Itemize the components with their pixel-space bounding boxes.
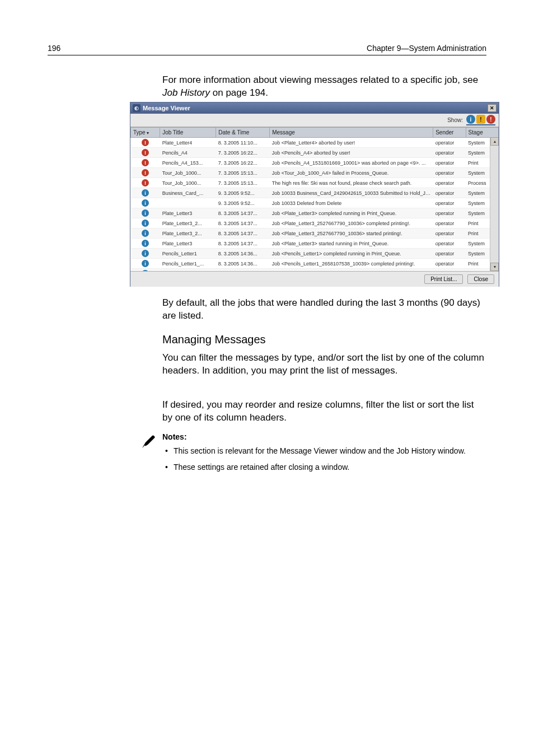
row-date: 7. 3.2005 15:13... [216, 178, 270, 188]
row-job: Pencils_Letter1 ... [160, 269, 216, 272]
table-row[interactable]: !Pencils_A4_153...7. 3.2005 16:22...Job … [131, 158, 499, 168]
table-row[interactable]: iPlate_Letter38. 3.2005 14:37...Job <Pla… [131, 208, 499, 218]
row-type-icon: i [131, 269, 160, 272]
print-list-button[interactable]: Print List... [424, 274, 463, 284]
row-sender: operator [433, 178, 466, 188]
row-type-icon: i [131, 249, 160, 259]
filter-warning-icon[interactable]: ! [476, 115, 485, 124]
app-icon: ◐ [133, 104, 140, 112]
row-job: Plate_Letter3_2... [160, 218, 216, 228]
row-sender: operator [433, 148, 466, 158]
message-viewer-window: ◐ Message Viewer ✕ Show: i ! ! Type Job … [130, 102, 499, 287]
col-header-message[interactable]: Message [270, 128, 433, 138]
header-rule [48, 55, 486, 55]
close-button[interactable]: Close [467, 274, 494, 284]
row-message: Job <Plate_Letter3_2527667790_10036> sta… [270, 228, 433, 239]
row-type-icon: ! [131, 178, 160, 188]
section-heading: Managing Messages [162, 333, 266, 346]
row-date: 8. 3.2005 14:37... [216, 218, 270, 228]
row-type-icon: i [131, 228, 160, 239]
filter-info-icon[interactable]: i [466, 115, 475, 124]
row-message: Job <Pencils_A4_1531801669_10001> was ab… [270, 158, 433, 168]
row-type-icon: i [131, 218, 160, 228]
row-date: 8. 3.2005 14:37... [216, 208, 270, 218]
note-pen-icon [140, 432, 158, 452]
row-job: Pencils_Letter1_... [160, 259, 216, 269]
scroll-down-icon[interactable]: ▾ [490, 263, 499, 271]
row-job: Plate_Letter3_2... [160, 228, 216, 239]
intro-text-b: on page 194. [210, 87, 268, 98]
table-row[interactable]: iPencils_Letter18. 3.2005 14:36...Job <P… [131, 249, 499, 259]
row-job: Business_Card_... [160, 188, 216, 198]
row-sender: operator [433, 188, 466, 198]
titlebar: ◐ Message Viewer ✕ [130, 102, 499, 114]
row-type-icon: ! [131, 148, 160, 158]
row-sender: operator [433, 158, 466, 168]
paragraph-1: You can filter the messages by type, and… [162, 352, 486, 377]
window-title: Message Viewer [143, 105, 190, 111]
row-sender: operator [433, 198, 466, 208]
filter-error-icon[interactable]: ! [486, 115, 495, 124]
scrollbar[interactable]: ▴ ▾ [490, 137, 499, 271]
table-row[interactable]: !Tour_Job_1000...7. 3.2005 15:13...The h… [131, 178, 499, 188]
table-row[interactable]: !Pencils_A47. 3.2005 16:22...Job <Pencil… [131, 148, 499, 158]
row-job: Tour_Job_1000... [160, 178, 216, 188]
row-date: 9. 3.2005 9:52... [216, 198, 270, 208]
scroll-up-icon[interactable]: ▴ [490, 137, 499, 146]
notes-block: Notes: This section is relevant for the … [162, 432, 486, 478]
row-message: Job <Pencils_A4> aborted by user! [270, 148, 433, 158]
row-message: Job 10033 Business_Card_2429042615_10033… [270, 188, 433, 198]
row-sender: operator [433, 138, 466, 148]
col-header-date[interactable]: Date & Time [216, 128, 270, 138]
row-date: 8. 3.2005 14:37... [216, 228, 270, 239]
table-row[interactable]: iPencils_Letter1_...8. 3.2005 14:36...Jo… [131, 259, 499, 269]
row-date: 8. 3.2005 14:37... [216, 239, 270, 249]
row-type-icon: i [131, 208, 160, 218]
row-message: Job <Plate_Letter4> aborted by user! [270, 138, 433, 148]
table-row[interactable]: iBusiness_Card_...9. 3.2005 9:52...Job 1… [131, 188, 499, 198]
table-row[interactable]: iPlate_Letter3_2...8. 3.2005 14:37...Job… [131, 228, 499, 239]
row-job: Plate_Letter3 [160, 208, 216, 218]
col-header-sender[interactable]: Sender [433, 128, 466, 138]
notes-label: Notes: [162, 432, 486, 441]
table-row[interactable]: !Tour_Job_1000...7. 3.2005 15:13...Job <… [131, 168, 499, 178]
row-date: 7. 3.2005 15:13... [216, 168, 270, 178]
table-row[interactable]: i9. 3.2005 9:52...Job 10033 Deleted from… [131, 198, 499, 208]
chapter-title: Chapter 9—System Administration [367, 44, 486, 53]
page-number: 196 [48, 44, 60, 53]
table-row[interactable]: !Plate_Letter48. 3.2005 11:10...Job <Pla… [131, 138, 499, 148]
row-type-icon: i [131, 188, 160, 198]
table-row[interactable]: iPlate_Letter38. 3.2005 14:37...Job <Pla… [131, 239, 499, 249]
row-job: Tour_Job_1000... [160, 168, 216, 178]
row-message: Job <Pencils_Letter1_2658107538_10039> c… [270, 259, 433, 269]
close-icon[interactable]: ✕ [488, 104, 496, 112]
row-type-icon: ! [131, 158, 160, 168]
row-message: Job <Plate_Letter3> completed running in… [270, 208, 433, 218]
row-message: Job <Plate_Letter3> started running in P… [270, 239, 433, 249]
row-type-icon: i [131, 239, 160, 249]
row-sender: operator [433, 168, 466, 178]
row-sender: operator [433, 228, 466, 239]
row-job: Pencils_A4 [160, 148, 216, 158]
intro-paragraph: For more information about viewing messa… [162, 74, 486, 100]
row-date: 9. 3.2005 9:52... [216, 188, 270, 198]
row-message: Job 10033 Deleted from Delete [270, 198, 433, 208]
row-date: 7. 3.2005 16:22... [216, 148, 270, 158]
col-header-type[interactable]: Type [131, 128, 160, 138]
row-type-icon: ! [131, 138, 160, 148]
row-message: The high res file: Ski was not found, pl… [270, 178, 433, 188]
row-job: Plate_Letter3 [160, 239, 216, 249]
row-job: Pencils_Letter1 [160, 249, 216, 259]
row-sender: operator [433, 239, 466, 249]
table-area: Type Job Title Date & Time Message Sende… [130, 127, 499, 272]
col-header-stage[interactable]: Stage [466, 128, 498, 138]
footer: Print List... Close [130, 272, 499, 287]
row-date: 8. 3.2005 14:36... [216, 259, 270, 269]
table-row[interactable]: iPencils_Letter1 ...8. 3.2005 14:36...Jo… [131, 269, 499, 272]
row-message: Job <Plate_Letter3_2527667790_10036> com… [270, 218, 433, 228]
table-row[interactable]: iPlate_Letter3_2...8. 3.2005 14:37...Job… [131, 218, 499, 228]
col-header-job[interactable]: Job Title [160, 128, 216, 138]
show-label: Show: [447, 117, 463, 123]
row-date: 8. 3.2005 14:36... [216, 249, 270, 259]
row-date: 7. 3.2005 16:22... [216, 158, 270, 168]
